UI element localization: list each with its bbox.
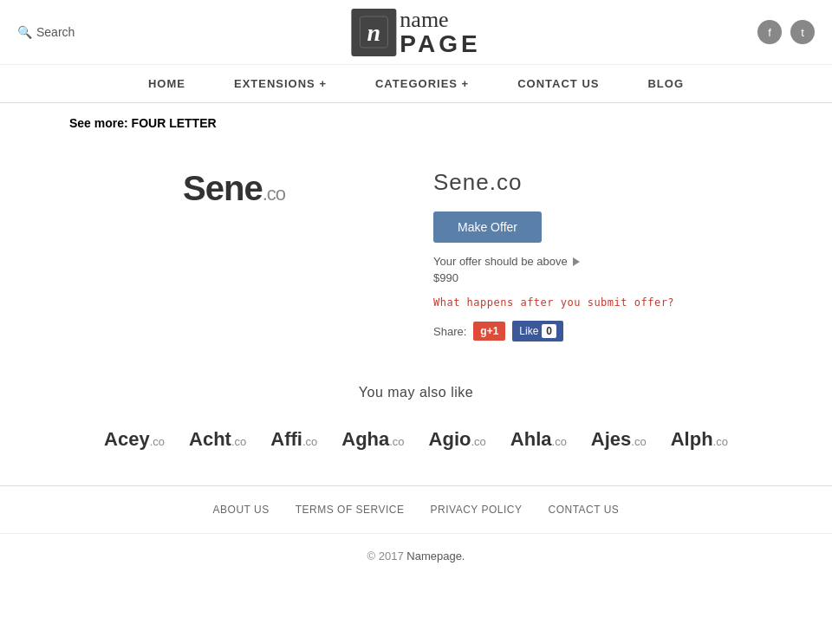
logo-icon: n [351,9,396,56]
facebook-like-button[interactable]: Like 0 [512,321,563,342]
offer-arrow-icon [573,257,580,266]
share-label: Share: [433,325,466,338]
nav-categories[interactable]: CATEGORIES + [351,65,493,102]
main-nav: HOME EXTENSIONS + CATEGORIES + CONTACT U… [0,65,832,103]
twitter-icon[interactable]: t [790,20,815,44]
card-ext-4: .co [471,435,485,448]
domain-logo-area: Sene.co [69,160,399,342]
offer-hint-text: Your offer should be above [433,255,568,268]
card-ext-7: .co [713,435,728,448]
domain-logo-display: Sene.co [183,169,285,208]
card-name-2: Affi [270,428,302,450]
footer-links: ABOUT US TERMS OF SERVICE PRIVACY POLICY… [0,486,832,534]
domain-ext-large: .co [263,183,285,205]
breadcrumb: See more: FOUR LETTER [0,103,832,143]
list-item[interactable]: Agio.co [417,420,498,459]
card-name-7: Alph [671,428,713,450]
card-ext-6: .co [631,435,646,448]
list-item[interactable]: Ahla.co [498,420,579,459]
list-item[interactable]: Affi.co [258,420,329,459]
social-icons: f t [757,20,815,44]
footer-privacy[interactable]: PRIVACY POLICY [431,504,523,516]
offer-hint: Your offer should be above [433,255,763,268]
card-name-5: Ahla [510,428,552,450]
list-item[interactable]: Alph.co [659,420,740,459]
fb-count: 0 [542,324,556,338]
facebook-icon[interactable]: f [757,20,782,44]
nav-contact[interactable]: CONTACT US [493,65,623,102]
gplus-button[interactable]: g+1 [473,322,505,341]
footer-about[interactable]: ABOUT US [213,504,270,516]
nav-home[interactable]: HOME [124,65,210,102]
card-ext-3: .co [389,435,404,448]
list-item[interactable]: Ajes.co [579,420,659,459]
logo[interactable]: n name PAGE [351,8,480,57]
main-content: Sene.co Sene.co Make Offer Your offer sh… [0,143,832,376]
nav-extensions[interactable]: EXTENSIONS + [210,65,351,102]
domain-info: Sene.co Make Offer Your offer should be … [433,160,763,342]
domain-name-large: Sene [183,169,263,207]
list-item[interactable]: Acht.co [177,420,258,459]
gplus-label: g+1 [480,325,498,337]
fb-like-label: Like [519,325,538,337]
breadcrumb-link[interactable]: FOUR LETTER [132,116,217,130]
domain-title: Sene.co [433,169,763,196]
nav-blog[interactable]: BLOG [623,65,708,102]
share-row: Share: g+1 Like 0 [433,321,763,342]
also-like-section: You may also like Acey.co Acht.co Affi.c… [0,376,832,485]
copyright-prefix: © 2017 [367,550,404,563]
search-label: Search [36,25,75,39]
copyright-brand[interactable]: Namepage. [406,550,465,563]
make-offer-button[interactable]: Make Offer [433,211,542,243]
logo-text: name PAGE [400,8,480,57]
offer-amount: $990 [433,271,763,284]
list-item[interactable]: Agha.co [329,420,416,459]
breadcrumb-prefix: See more: [69,116,128,130]
card-ext-1: .co [231,435,246,448]
search-area[interactable]: 🔍 Search [17,25,75,39]
also-like-title: You may also like [35,385,797,400]
footer-copyright: © 2017 Namepage. [0,534,832,578]
logo-page-text: PAGE [400,32,480,56]
svg-text:n: n [367,19,381,46]
offer-link[interactable]: What happens after you submit offer? [433,296,674,309]
card-name-1: Acht [189,428,231,450]
list-item[interactable]: Acey.co [92,420,177,459]
card-ext-5: .co [552,435,567,448]
card-name-3: Agha [341,428,389,450]
site-header: 🔍 Search n name PAGE f t [0,0,832,65]
card-ext-2: .co [302,435,317,448]
card-name-6: Ajes [591,428,631,450]
footer-terms[interactable]: TERMS OF SERVICE [296,504,405,516]
logo-name-text: name [400,8,480,33]
footer-contact[interactable]: CONTACT US [548,504,619,516]
card-name-0: Acey [104,428,150,450]
card-ext-0: .co [150,435,165,448]
card-name-4: Agio [429,428,471,450]
also-like-grid: Acey.co Acht.co Affi.co Agha.co Agio.co … [35,420,797,459]
search-icon: 🔍 [17,25,32,39]
